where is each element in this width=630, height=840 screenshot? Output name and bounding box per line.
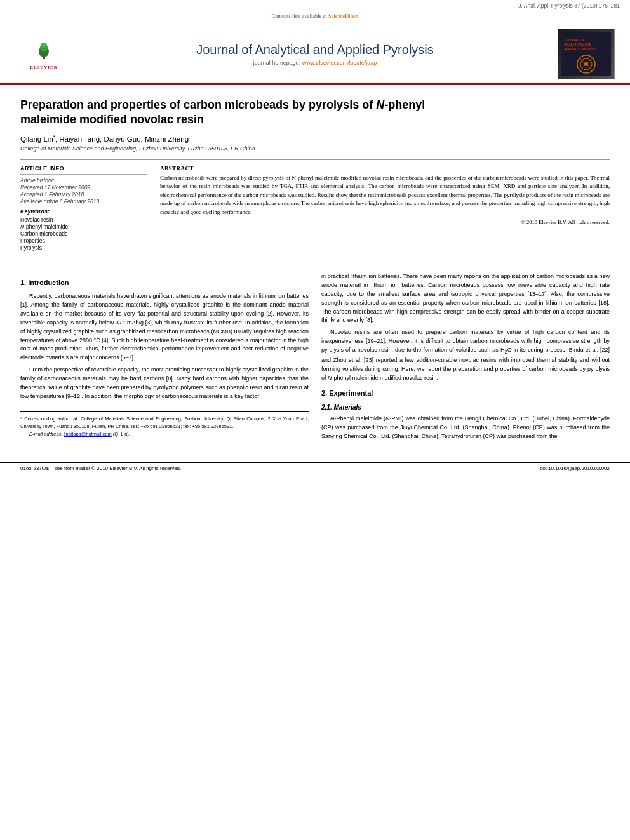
section2-heading: 2. Experimental <box>321 388 610 399</box>
page: J. Anal. Appl. Pyrolysis 87 (2010) 276–2… <box>0 0 630 840</box>
keyword-3: Carbon microbeads <box>20 230 147 237</box>
keywords-title: Keywords: <box>20 208 147 215</box>
elsevier-logo <box>22 38 66 63</box>
available-date: Available online 6 February 2010 <box>20 198 147 204</box>
sciencedirect-link[interactable]: ScienceDirect <box>328 13 359 19</box>
journal-logo-icon: JOURNAL OF ANALYTICAL AND APPLIED PYROLY… <box>561 32 611 76</box>
article-title-part2: -phenyl <box>384 98 425 111</box>
abstract-header: ABSTRACT <box>160 165 610 171</box>
intro-p1: Recently, carbonaceous materials have dr… <box>20 292 309 363</box>
body-divider <box>20 262 610 262</box>
footer-doi: doi:10.1016/j.jaap.2010.02.002 <box>540 465 610 471</box>
journal-title: Journal of Analytical and Applied Pyroly… <box>72 42 558 57</box>
keyword-5: Pyrolysis <box>20 244 147 251</box>
intro-col2-p2: Novolac resins are often used to prepare… <box>321 328 610 382</box>
citation-text: J. Anal. Appl. Pyrolysis 87 (2010) 276–2… <box>518 3 620 9</box>
footer-issn: 0165-2370/$ – see front matter © 2010 El… <box>20 465 181 471</box>
svg-text:APPLIED PYROLYSIS: APPLIED PYROLYSIS <box>564 47 597 51</box>
article-info-abstract-section: ARTICLE INFO Article history: Received 1… <box>20 159 610 251</box>
svg-text:JOURNAL OF: JOURNAL OF <box>564 38 584 42</box>
accepted-date: Accepted 1 February 2010 <box>20 191 147 197</box>
journal-homepage: journal homepage: www.elsevier.com/locat… <box>72 60 558 66</box>
content-area: Preparation and properties of carbon mic… <box>0 98 630 455</box>
copyright: © 2010 Elsevier B.V. All rights reserved… <box>160 219 610 225</box>
svg-text:ANALYTICAL AND: ANALYTICAL AND <box>564 43 592 46</box>
elsevier-text: ELSEVIER <box>30 65 57 70</box>
citation-bar: J. Anal. Appl. Pyrolysis 87 (2010) 276–2… <box>0 0 630 10</box>
article-history: Article history: Received 17 November 20… <box>20 177 147 204</box>
page-footer: 0165-2370/$ – see front matter © 2010 El… <box>0 462 630 471</box>
journal-homepage-link[interactable]: www.elsevier.com/locate/jaap <box>302 60 377 66</box>
keyword-2: N-phenyl maleimide <box>20 223 147 230</box>
affiliation: College of Materials Science and Enginee… <box>20 145 610 152</box>
footnote-email: E-mail address: linqilang@hotmail.com (Q… <box>20 430 309 438</box>
journal-title-section: ELSEVIER Journal of Analytical and Appli… <box>0 22 630 85</box>
journal-logo-inner: JOURNAL OF ANALYTICAL AND APPLIED PYROLY… <box>561 31 612 77</box>
article-title-part1: Preparation and properties of carbon mic… <box>20 98 376 111</box>
body-col-right: in practical lithium ion batteries. Ther… <box>321 272 610 444</box>
article-info-header: ARTICLE INFO <box>20 165 147 171</box>
sciencedirect-text: Contents lists available at <box>272 13 328 19</box>
keyword-1: Novolac resin <box>20 217 147 223</box>
footnote-area: * Corresponding author at: College of Ma… <box>20 411 309 438</box>
elsevier-logo-area: ELSEVIER <box>15 38 72 70</box>
body-content: 1. Introduction Recently, carbonaceous m… <box>20 272 610 444</box>
abstract-text: Carbon microbeads were prepared by direc… <box>160 174 610 217</box>
section1-heading: 1. Introduction <box>20 277 309 288</box>
keyword-4: Properties <box>20 237 147 244</box>
intro-p2: From the perspective of reversible capac… <box>20 366 309 401</box>
subsection2-1-heading: 2.1. Materials <box>321 403 610 413</box>
article-title-line2: maleimide modified novolac resin <box>20 113 204 126</box>
authors: Qilang Lin*, Haiyan Tang, Danyu Guo, Min… <box>20 135 610 143</box>
article-info-col: ARTICLE INFO Article history: Received 1… <box>20 165 147 251</box>
sciencedirect-bar: Contents lists available at ScienceDirec… <box>0 10 630 22</box>
abstract-col: ABSTRACT Carbon microbeads were prepared… <box>160 165 610 251</box>
footnote-star: * Corresponding author at: College of Ma… <box>20 415 309 430</box>
email-link[interactable]: linqilang@hotmail.com <box>64 431 112 437</box>
journal-name-center: Journal of Analytical and Applied Pyroly… <box>72 42 558 66</box>
article-info-divider <box>20 174 147 175</box>
journal-homepage-label: journal homepage: <box>253 60 302 66</box>
journal-logo-right: JOURNAL OF ANALYTICAL AND APPLIED PYROLY… <box>558 29 615 79</box>
elsevier-tree-icon <box>33 43 55 59</box>
keywords-section: Keywords: Novolac resin N-phenyl maleimi… <box>20 208 147 251</box>
keywords-list: Novolac resin N-phenyl maleimide Carbon … <box>20 217 147 251</box>
section2-p1: N-Phenyl maleimide (N-PMI) was obtained … <box>321 415 610 441</box>
body-col-left: 1. Introduction Recently, carbonaceous m… <box>20 272 309 444</box>
svg-point-12 <box>584 62 588 66</box>
received-date: Received 17 November 2009 <box>20 184 147 190</box>
intro-col2-p1: in practical lithium ion batteries. Ther… <box>321 272 610 326</box>
article-title-italic: N <box>376 98 384 111</box>
authors-text: Qilang Lin*, Haiyan Tang, Danyu Guo, Min… <box>20 135 189 143</box>
history-label: Article history: <box>20 177 147 183</box>
article-title: Preparation and properties of carbon mic… <box>20 98 610 128</box>
